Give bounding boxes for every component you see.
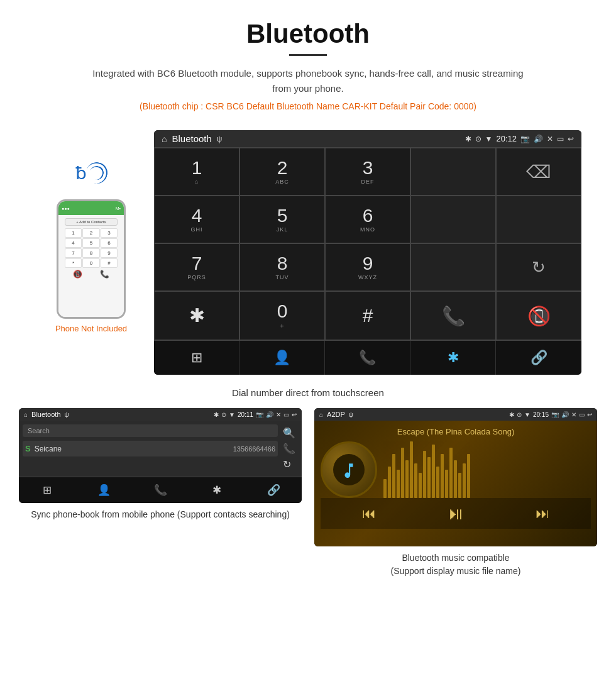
music-next-btn[interactable]: ⏭: [536, 506, 549, 522]
pb-nav-link[interactable]: 🔗: [245, 477, 302, 503]
dial-2[interactable]: 2 ABC: [239, 148, 325, 196]
music-x-icon[interactable]: ✕: [571, 411, 576, 418]
pb-loc-icon: ⊙: [221, 411, 226, 418]
music-song-title: Escape (The Pina Colada Song): [397, 427, 514, 436]
bluetooth-status-icon: ✱: [465, 135, 471, 143]
dial-8[interactable]: 8 TUV: [239, 243, 325, 291]
dialpad-grid: 1 ⌂ 2 ABC 3 DEF ⌫ 4 GHI: [154, 147, 581, 340]
close-icon[interactable]: ✕: [547, 135, 553, 143]
dial-7[interactable]: 7 PQRS: [154, 243, 239, 291]
music-cam-icon[interactable]: 📷: [551, 411, 559, 418]
title-underline: [289, 54, 327, 56]
pb-usb-icon: ψ: [65, 411, 69, 418]
pb-nav-apps[interactable]: ⊞: [19, 477, 75, 503]
phone-top-bar: ●●● M▪: [58, 201, 124, 215]
equalizer-visual: [383, 441, 591, 498]
dial-6[interactable]: 6 MNO: [325, 196, 410, 243]
pb-search-bar[interactable]: Search: [23, 424, 278, 437]
bottom-screens: ⌂ Bluetooth ψ ✱ ⊙ ▼ 20:11 📷 🔊 ✕ ▭ ↩: [0, 408, 616, 590]
phone-dial-8: 8: [82, 248, 100, 258]
dial-end[interactable]: 📵: [496, 291, 581, 340]
dial-3[interactable]: 3 DEF: [325, 148, 410, 196]
phone-dial-0: 0: [82, 258, 100, 268]
music-item: ⌂ A2DP ψ ✱ ⊙ ▼ 20:15 📷 🔊 ✕ ▭ ↩ E: [314, 408, 597, 578]
pb-title: Bluetooth: [31, 411, 60, 418]
phone-dial-hash: #: [101, 258, 118, 268]
phone-dial-1: 1: [65, 228, 82, 238]
phone-dial-6: 6: [101, 238, 118, 248]
page-header: Bluetooth Integrated with BC6 Bluetooth …: [0, 0, 616, 124]
status-right: ✱ ⊙ ▼ 20:12 📷 🔊 ✕ ▭ ↩: [465, 134, 574, 143]
window-icon[interactable]: ▭: [557, 135, 564, 143]
dial-hash[interactable]: #: [325, 291, 410, 340]
phone-top-right: M▪: [116, 206, 121, 211]
music-status-bar: ⌂ A2DP ψ ✱ ⊙ ▼ 20:15 📷 🔊 ✕ ▭ ↩: [314, 408, 597, 421]
music-caption: Bluetooth music compatible(Support displ…: [391, 551, 521, 578]
dial-4[interactable]: 4 GHI: [154, 196, 239, 243]
pb-nav-contacts[interactable]: 👤: [75, 477, 132, 503]
phone-call-row: 📵 📞: [65, 270, 118, 279]
dial-empty-4: [410, 243, 496, 291]
pb-nav-bt[interactable]: ✱: [189, 477, 245, 503]
dial-0[interactable]: 0 +: [239, 291, 325, 340]
music-sig-icon: ▼: [524, 411, 531, 418]
dial-call[interactable]: 📞: [410, 291, 496, 340]
nav-calls[interactable]: 📞: [325, 341, 410, 375]
dial-5[interactable]: 5 JKL: [239, 196, 325, 243]
dial-empty-1: [410, 148, 496, 196]
location-icon: ⊙: [475, 135, 481, 143]
pb-vol-icon[interactable]: 🔊: [266, 411, 273, 418]
pb-phone-icon[interactable]: 📞: [283, 443, 295, 455]
music-win-icon[interactable]: ▭: [579, 411, 585, 418]
pb-icon-col: 🔍 📞 ↻: [280, 424, 298, 473]
pb-win-icon[interactable]: ▭: [283, 411, 289, 418]
nav-contacts[interactable]: 👤: [239, 341, 325, 375]
album-inner: [333, 454, 365, 485]
phone-screen: ●●● M▪ + Add to Contacts 1 2 3 4 5 6 7 8…: [58, 201, 124, 317]
pb-contact-number: 13566664466: [233, 445, 275, 453]
music-usb-icon: ψ: [349, 411, 353, 418]
pb-contact-row[interactable]: S Seicane 13566664466: [23, 441, 278, 456]
phone-not-included-label: Phone Not Included: [55, 324, 127, 333]
pb-bottom-nav: ⊞ 👤 📞 ✱ 🔗: [19, 477, 302, 503]
phone-dial-3: 3: [101, 228, 118, 238]
add-contacts-btn: + Add to Contacts: [65, 218, 118, 226]
pb-main-content: Search S Seicane 13566664466: [23, 424, 278, 473]
car-status-bar: ⌂ Bluetooth ψ ✱ ⊙ ▼ 20:12 📷 🔊 ✕ ▭ ↩: [154, 130, 581, 147]
dial-star[interactable]: ✱: [154, 291, 239, 340]
volume-icon[interactable]: 🔊: [534, 135, 543, 143]
pb-refresh-icon[interactable]: ↻: [283, 458, 295, 470]
usb-icon: ψ: [217, 135, 223, 143]
wave2: [84, 160, 110, 186]
back-icon[interactable]: ↩: [568, 135, 574, 143]
dial-1[interactable]: 1 ⌂: [154, 148, 239, 196]
dial-empty-2: [410, 196, 496, 243]
pb-cam-icon[interactable]: 📷: [256, 411, 263, 418]
dial-9[interactable]: 9 WXYZ: [325, 243, 410, 291]
pb-back-icon[interactable]: ↩: [292, 411, 297, 418]
time-display: 20:12: [496, 134, 517, 143]
car-screen-title: Bluetooth: [172, 133, 211, 144]
pb-search-icon[interactable]: 🔍: [283, 427, 295, 439]
music-vol-icon[interactable]: 🔊: [561, 411, 569, 418]
camera-icon[interactable]: 📷: [520, 135, 530, 143]
dial-backspace[interactable]: ⌫: [496, 148, 581, 196]
home-icon-car[interactable]: ⌂: [162, 134, 167, 144]
music-prev-btn[interactable]: ⏮: [362, 506, 376, 522]
nav-apps[interactable]: ⊞: [154, 341, 239, 375]
music-screenshot: ⌂ A2DP ψ ✱ ⊙ ▼ 20:15 📷 🔊 ✕ ▭ ↩ E: [314, 408, 597, 546]
music-time: 20:15: [533, 411, 549, 418]
bottom-nav-dialpad: ⊞ 👤 📞 ✱ 🔗: [154, 340, 581, 375]
music-back-icon[interactable]: ↩: [587, 411, 592, 418]
dial-redial[interactable]: ↻: [496, 243, 581, 291]
pb-nav-calls[interactable]: 📞: [132, 477, 189, 503]
pb-home-icon[interactable]: ⌂: [24, 411, 28, 418]
nav-bluetooth[interactable]: ✱: [410, 341, 496, 375]
nav-link[interactable]: 🔗: [496, 341, 581, 375]
phone-dial-4: 4: [65, 238, 82, 248]
music-play-btn[interactable]: ⏯: [447, 503, 465, 524]
phone-dial-2: 2: [82, 228, 100, 238]
music-home-icon[interactable]: ⌂: [319, 411, 323, 418]
pb-search-text: Search: [28, 427, 50, 434]
pb-x-icon[interactable]: ✕: [276, 411, 281, 418]
